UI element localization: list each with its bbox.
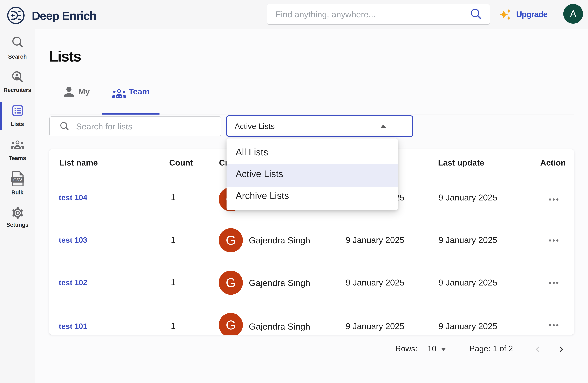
- svg-text:CSV: CSV: [13, 177, 22, 182]
